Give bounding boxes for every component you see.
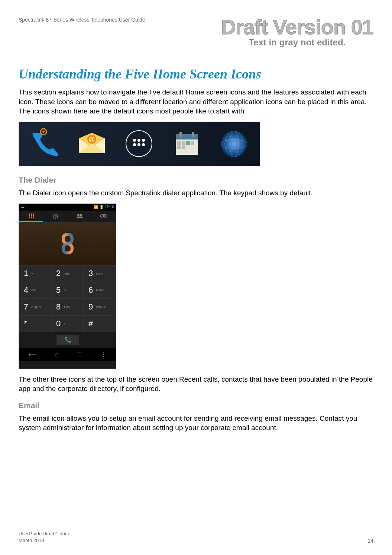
keypad-key: 0+ bbox=[51, 315, 84, 332]
home-icon: ⌂ bbox=[55, 351, 59, 358]
page-header: Spectralink 87-Series Wireless Telephone… bbox=[19, 15, 373, 48]
svg-rect-27 bbox=[33, 214, 34, 215]
notification-icon: ▰ bbox=[21, 205, 24, 210]
svg-rect-33 bbox=[33, 217, 34, 218]
svg-point-1 bbox=[42, 131, 45, 133]
dialer-logo-area bbox=[19, 222, 116, 265]
svg-rect-13 bbox=[179, 132, 182, 137]
page-number: 14 bbox=[367, 538, 373, 544]
keypad-key: # bbox=[84, 315, 116, 332]
keypad-key: 9WXYZ bbox=[84, 299, 116, 315]
svg-rect-30 bbox=[33, 215, 34, 216]
recent-tab-icon bbox=[43, 211, 67, 222]
footer-date: Month 2013 bbox=[19, 537, 70, 544]
svg-point-6 bbox=[137, 139, 140, 142]
call-button-row bbox=[19, 332, 116, 348]
svg-point-35 bbox=[77, 214, 80, 216]
svg-point-7 bbox=[142, 139, 145, 142]
keypad-key: *· bbox=[19, 315, 51, 332]
guide-title: Spectralink 87-Series Wireless Telephone… bbox=[19, 15, 145, 23]
phone-screenshot: ▰ 📶 🔋 12:10 1∞2ABC3DEF4GHI5JKL6MNO7PQRS8… bbox=[19, 203, 116, 369]
svg-point-5 bbox=[133, 139, 136, 142]
page-footer: UserGuide-draft01.docx Month 2013 14 bbox=[19, 530, 373, 544]
keypad-key: 2ABC bbox=[51, 265, 84, 282]
svg-point-9 bbox=[137, 143, 140, 146]
svg-text:@: @ bbox=[89, 136, 95, 142]
keypad-key: 5JKL bbox=[51, 282, 84, 299]
dialer-keypad: 1∞2ABC3DEF4GHI5JKL6MNO7PQRS8TUV9WXYZ*·0+… bbox=[19, 265, 116, 332]
email-text: The email icon allows you to setup an em… bbox=[19, 414, 373, 433]
call-button bbox=[56, 335, 79, 345]
svg-rect-29 bbox=[31, 215, 32, 216]
dialer-text-2: The other three icons at the top of the … bbox=[19, 375, 373, 394]
email-heading: Email bbox=[19, 401, 373, 410]
svg-rect-25 bbox=[29, 214, 30, 215]
svg-rect-31 bbox=[29, 217, 30, 218]
keypad-key: 7PQRS bbox=[19, 299, 51, 315]
keypad-key: 8TUV bbox=[51, 299, 84, 315]
svg-rect-15 bbox=[177, 141, 181, 145]
section-intro: This section explains how to navigate th… bbox=[19, 87, 373, 116]
home-icons-bar: @ bbox=[19, 122, 260, 166]
calendar-icon bbox=[168, 125, 205, 163]
apps-icon bbox=[121, 125, 158, 163]
keypad-tab-icon bbox=[19, 211, 43, 222]
keypad-key: 4GHI bbox=[19, 282, 51, 299]
contacts-tab-icon bbox=[68, 211, 92, 222]
dialer-text-1: The Dialer icon opens the custom Spectra… bbox=[19, 188, 373, 198]
directory-tab-icon bbox=[92, 211, 116, 222]
phone-status-bar: ▰ 📶 🔋 12:10 bbox=[19, 204, 116, 211]
keypad-key: 6MNO bbox=[84, 282, 116, 299]
footer-filename: UserGuide-draft01.docx bbox=[19, 530, 70, 537]
section-title: Understanding the Five Home Screen Icons bbox=[19, 66, 373, 82]
keypad-key: 3DEF bbox=[84, 265, 116, 282]
keypad-key: 1∞ bbox=[19, 265, 51, 282]
back-icon: ⟵ bbox=[28, 351, 37, 358]
svg-rect-20 bbox=[182, 145, 185, 149]
svg-point-38 bbox=[103, 215, 105, 217]
svg-rect-12 bbox=[176, 134, 198, 139]
svg-rect-19 bbox=[177, 145, 181, 149]
recent-apps-icon: ☐ bbox=[77, 351, 82, 358]
svg-rect-14 bbox=[192, 132, 194, 137]
svg-rect-32 bbox=[31, 217, 32, 218]
svg-point-8 bbox=[133, 143, 136, 146]
android-nav-bar: ⟵ ⌂ ☐ ⋮ bbox=[19, 348, 116, 361]
email-icon: @ bbox=[73, 125, 110, 163]
svg-rect-18 bbox=[191, 141, 194, 145]
menu-icon: ⋮ bbox=[101, 351, 107, 358]
svg-point-10 bbox=[142, 143, 145, 146]
svg-point-36 bbox=[80, 214, 82, 216]
svg-rect-16 bbox=[182, 141, 185, 145]
dialer-heading: The Dialer bbox=[19, 176, 373, 185]
dialer-icon bbox=[26, 125, 63, 163]
svg-rect-26 bbox=[31, 214, 32, 215]
svg-rect-17 bbox=[186, 141, 190, 145]
footer-left: UserGuide-draft01.docx Month 2013 bbox=[19, 530, 70, 544]
browser-icon bbox=[216, 125, 253, 163]
dialer-tabs bbox=[19, 211, 116, 222]
svg-rect-28 bbox=[29, 215, 30, 216]
draft-title: Draft Version 01 bbox=[221, 15, 373, 39]
draft-watermark: Draft Version 01 Text in gray not edited… bbox=[221, 15, 373, 48]
status-time: 📶 🔋 12:10 bbox=[94, 205, 114, 209]
